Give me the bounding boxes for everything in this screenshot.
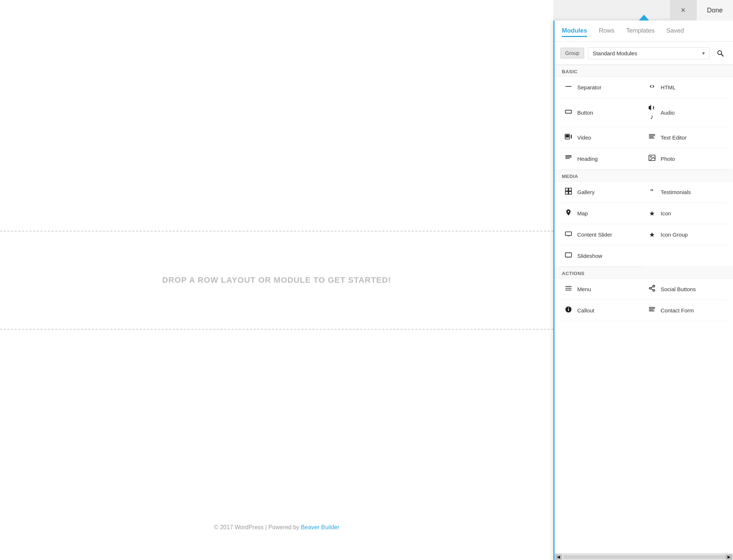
gallery-icon (564, 188, 573, 197)
panel-toolbar: Group Standard Modules ▾ (555, 42, 733, 65)
close-button[interactable]: × (670, 0, 696, 21)
module-icon[interactable]: ★ Icon (644, 203, 728, 224)
svg-rect-11 (566, 155, 572, 156)
module-audio[interactable]: ♪ Audio (644, 98, 728, 127)
svg-point-30 (653, 289, 655, 291)
contact-form-icon (648, 306, 656, 315)
module-icon-label: Icon (661, 210, 671, 216)
tab-rows[interactable]: Rows (599, 26, 615, 37)
slideshow-icon (564, 251, 573, 260)
module-contact-form[interactable]: Contact Form (644, 300, 728, 321)
footer-link[interactable]: Beaver Builder (301, 524, 339, 530)
content-slider-icon (564, 230, 573, 239)
svg-rect-26 (566, 288, 572, 289)
modules-list: BASIC Separator HTML Button (555, 65, 733, 553)
drop-zone[interactable]: DROP A ROW LAYOUT OR MODULE TO GET START… (0, 231, 553, 330)
module-contact-form-label: Contact Form (661, 307, 694, 314)
group-select-dropdown[interactable]: Standard Modules ▾ (588, 47, 710, 59)
separator-icon (564, 83, 573, 92)
module-callout[interactable]: Callout (560, 300, 644, 321)
svg-rect-33 (649, 307, 655, 308)
module-map-label: Map (577, 210, 588, 216)
svg-rect-10 (649, 138, 654, 138)
svg-rect-13 (566, 158, 570, 159)
module-content-slider[interactable]: Content Slider (560, 224, 644, 245)
group-select-value: Standard Modules (593, 50, 637, 56)
svg-rect-35 (649, 309, 653, 310)
tab-modules[interactable]: Modules (562, 26, 587, 37)
module-callout-label: Callout (577, 307, 594, 314)
svg-rect-8 (649, 136, 655, 136)
top-bar: × Done (670, 0, 733, 21)
svg-rect-3 (566, 110, 572, 113)
module-audio-label: Audio (661, 110, 675, 116)
module-social-buttons[interactable]: Social Buttons (644, 279, 728, 300)
tab-saved[interactable]: Saved (666, 26, 684, 37)
module-gallery-label: Gallery (577, 189, 595, 195)
module-gallery[interactable]: Gallery (560, 182, 644, 203)
icon-group-icon: ★ (648, 231, 656, 239)
svg-rect-27 (566, 290, 572, 290)
module-testimonials[interactable]: " Testimonials (644, 182, 728, 203)
module-photo[interactable]: Photo (644, 148, 728, 170)
search-button[interactable] (713, 46, 727, 60)
module-menu[interactable]: Menu (560, 279, 644, 300)
icon-icon: ★ (648, 209, 656, 218)
actions-modules-grid: Menu Social Buttons Callout Contact Form (555, 279, 733, 321)
canvas-area: DROP A ROW LAYOUT OR MODULE TO GET START… (0, 0, 553, 560)
done-button[interactable]: Done (696, 0, 733, 21)
panel-tabs: Modules Rows Templates Saved (555, 21, 733, 42)
svg-rect-6 (566, 135, 569, 138)
svg-rect-25 (566, 286, 572, 287)
module-html[interactable]: HTML (644, 77, 728, 98)
svg-line-1 (721, 54, 723, 56)
svg-rect-34 (649, 308, 655, 309)
module-text-editor-label: Text Editor (661, 134, 687, 141)
scroll-track[interactable] (563, 555, 731, 559)
module-map[interactable]: Map (560, 203, 644, 224)
testimonials-icon: " (648, 188, 656, 196)
module-slideshow-label: Slideshow (577, 253, 602, 259)
scroll-left-arrow[interactable]: ◀ (555, 555, 562, 560)
module-photo-label: Photo (661, 156, 675, 162)
module-separator[interactable]: Separator (560, 77, 644, 98)
text-editor-icon (648, 133, 656, 142)
svg-rect-23 (566, 253, 572, 257)
svg-line-31 (651, 289, 653, 290)
tab-templates[interactable]: Templates (626, 26, 654, 37)
module-html-label: HTML (661, 84, 676, 90)
footer: © 2017 WordPress | Powered by Beaver Bui… (0, 524, 553, 531)
search-icon (717, 49, 724, 57)
video-icon (564, 133, 573, 142)
module-social-buttons-label: Social Buttons (661, 286, 696, 292)
module-text-editor[interactable]: Text Editor (644, 127, 728, 148)
module-heading[interactable]: Heading (560, 148, 644, 170)
module-menu-label: Menu (577, 286, 591, 292)
module-video-label: Video (577, 134, 591, 141)
section-header-actions: ACTIONS (555, 267, 733, 279)
module-heading-label: Heading (577, 156, 598, 162)
social-buttons-icon (648, 285, 656, 294)
scroll-right-arrow[interactable]: ▶ (726, 555, 732, 560)
heading-icon (564, 154, 573, 163)
module-separator-label: Separator (577, 84, 601, 90)
module-icon-group[interactable]: ★ Icon Group (644, 224, 728, 245)
svg-rect-17 (569, 188, 572, 191)
svg-line-32 (651, 286, 653, 288)
svg-marker-5 (571, 134, 572, 139)
media-modules-grid: Gallery " Testimonials Map ★ Icon (555, 182, 733, 267)
svg-rect-19 (569, 192, 572, 194)
module-video[interactable]: Video (560, 127, 644, 148)
module-button-label: Button (577, 110, 593, 116)
svg-rect-18 (566, 192, 568, 194)
audio-icon: ♪ (648, 104, 656, 121)
svg-point-29 (649, 288, 651, 289)
module-button[interactable]: Button (560, 98, 644, 127)
svg-rect-2 (566, 86, 572, 87)
section-header-basic: BASIC (555, 65, 733, 77)
drop-zone-text: DROP A ROW LAYOUT OR MODULE TO GET START… (162, 275, 391, 285)
svg-point-28 (653, 285, 655, 287)
svg-rect-7 (649, 134, 655, 135)
horizontal-scrollbar[interactable]: ◀ ▶ (555, 553, 733, 560)
module-slideshow[interactable]: Slideshow (560, 245, 644, 267)
